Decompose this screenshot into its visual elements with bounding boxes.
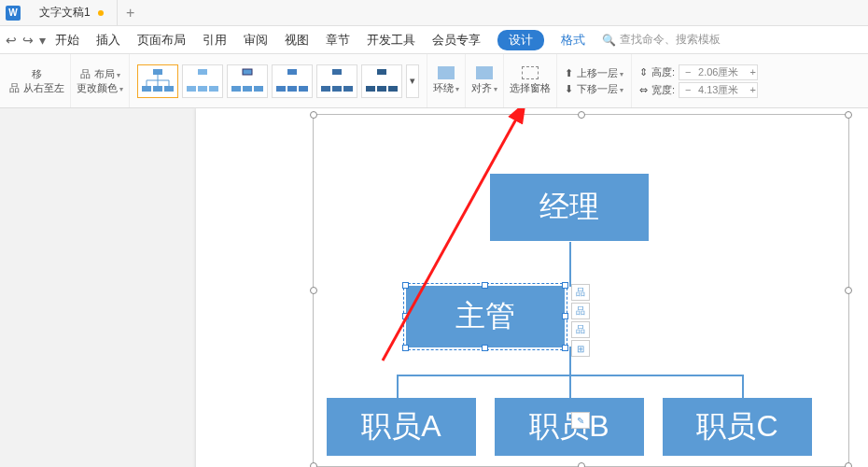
- redo-icon[interactable]: ↪: [22, 33, 34, 48]
- svg-rect-13: [276, 86, 286, 92]
- style-thumb-4[interactable]: [272, 64, 313, 98]
- edit-text-button[interactable]: ✎: [571, 412, 590, 429]
- height-icon: ⇕: [639, 66, 648, 78]
- qat-dropdown-icon[interactable]: ▾: [39, 33, 46, 48]
- svg-rect-2: [153, 86, 162, 92]
- menu-design[interactable]: 设计: [497, 30, 544, 50]
- width-minus[interactable]: −: [679, 84, 693, 95]
- svg-rect-18: [332, 86, 342, 92]
- down-label[interactable]: 下移一层: [577, 82, 623, 96]
- svg-rect-19: [343, 86, 353, 92]
- menu-chapter[interactable]: 章节: [326, 32, 350, 49]
- ribbon-size-group: ⇕ 高度: − 2.06厘米 + ⇔ 宽度: − 4.13厘米 +: [632, 54, 765, 107]
- menu-format[interactable]: 格式: [561, 32, 585, 49]
- ribbon-wrap-group: 环绕: [427, 54, 466, 107]
- document-tab[interactable]: 文字文稿1: [26, 0, 118, 25]
- menu-page-layout[interactable]: 页面布局: [137, 32, 186, 49]
- pane-icon: [522, 66, 539, 79]
- wrap-label[interactable]: 环绕: [433, 81, 459, 95]
- title-bar: W 文字文稿1 +: [0, 0, 868, 26]
- style-thumb-5[interactable]: [316, 64, 357, 98]
- height-spinner[interactable]: − 2.06厘米 +: [679, 64, 758, 80]
- width-plus[interactable]: +: [744, 84, 757, 95]
- svg-rect-20: [377, 69, 386, 75]
- style-thumb-3[interactable]: [227, 64, 268, 98]
- style-gallery: ▾: [130, 54, 427, 107]
- layout-label[interactable]: 布局: [94, 67, 120, 81]
- svg-rect-22: [377, 86, 386, 92]
- move-label: 移: [32, 67, 42, 81]
- menu-dev-tools[interactable]: 开发工具: [367, 32, 415, 49]
- add-assistant-button[interactable]: 品: [571, 303, 590, 319]
- menu-bar: ↩ ↪ ▾ 开始 插入 页面布局 引用 审阅 视图 章节 开发工具 会员专享 设…: [0, 26, 868, 54]
- menu-view[interactable]: 视图: [285, 32, 309, 49]
- bring-forward-icon: ⬆: [565, 67, 573, 79]
- svg-rect-15: [299, 86, 308, 92]
- svg-rect-4: [198, 69, 207, 75]
- menu-home[interactable]: 开始: [55, 32, 79, 49]
- svg-rect-11: [254, 86, 263, 92]
- smartart-float-tools: 品 品 品 ⊞: [571, 284, 590, 357]
- menu-references[interactable]: 引用: [203, 32, 227, 49]
- org-node-middle-label: 主管: [455, 296, 515, 337]
- svg-rect-7: [209, 86, 218, 92]
- svg-rect-9: [231, 86, 241, 92]
- menu-list: 开始 插入 页面布局 引用 审阅 视图 章节 开发工具 会员专享 设计 格式: [55, 30, 585, 50]
- ribbon-align-group: 对齐: [466, 54, 504, 107]
- width-label: 宽度:: [651, 83, 675, 97]
- rtl-label[interactable]: 从右至左: [23, 81, 64, 95]
- color-label[interactable]: 更改颜色: [77, 81, 123, 95]
- document-name: 文字文稿1: [39, 5, 91, 21]
- style-gallery-more[interactable]: ▾: [406, 64, 419, 98]
- undo-icon[interactable]: ↩: [6, 33, 17, 48]
- canvas[interactable]: 经理 主管 职员A 职员B 职员C 品 品 品 ⊞ ✎: [0, 108, 868, 467]
- connector: [569, 375, 571, 398]
- connector: [742, 375, 744, 398]
- wrap-icon: [438, 66, 455, 79]
- svg-rect-5: [187, 86, 196, 92]
- menu-review[interactable]: 审阅: [244, 32, 268, 49]
- new-tab-button[interactable]: +: [118, 5, 144, 21]
- height-plus[interactable]: +: [744, 66, 757, 78]
- height-value: 2.06厘米: [693, 65, 744, 79]
- search-box[interactable]: 🔍 查找命令、搜索模板: [602, 32, 721, 48]
- width-icon: ⇔: [639, 84, 648, 96]
- height-minus[interactable]: −: [679, 66, 693, 78]
- search-icon: 🔍: [602, 34, 616, 47]
- width-value: 4.13厘米: [693, 83, 744, 97]
- style-thumb-1[interactable]: [137, 64, 178, 98]
- svg-rect-3: [164, 86, 174, 92]
- ribbon-layout-group: 品布局 更改颜色: [71, 54, 130, 107]
- org-node-child-a[interactable]: 职员A: [327, 398, 476, 456]
- menu-insert[interactable]: 插入: [96, 32, 120, 49]
- pane-label[interactable]: 选择窗格: [510, 81, 551, 95]
- svg-rect-23: [388, 86, 398, 92]
- menu-member[interactable]: 会员专享: [432, 32, 481, 49]
- add-shape-button[interactable]: 品: [571, 284, 590, 301]
- ribbon-pane-group: 选择窗格: [504, 54, 557, 107]
- svg-rect-14: [287, 86, 297, 92]
- connector: [569, 242, 571, 287]
- add-below-button[interactable]: 品: [571, 321, 590, 338]
- app-icon: W: [6, 6, 21, 21]
- style-thumb-2[interactable]: [182, 64, 223, 98]
- align-icon: [476, 66, 493, 79]
- svg-rect-8: [243, 69, 252, 75]
- height-label: 高度:: [651, 65, 675, 79]
- svg-rect-21: [366, 86, 375, 92]
- ribbon-move-group: 移 品从右至左: [4, 54, 71, 107]
- org-node-root[interactable]: 经理: [490, 174, 649, 241]
- org-node-child-c[interactable]: 职员C: [663, 398, 812, 456]
- unsaved-indicator-icon: [98, 10, 104, 16]
- up-label[interactable]: 上移一层: [577, 66, 623, 80]
- svg-rect-17: [321, 86, 330, 92]
- layout-options-button[interactable]: ⊞: [571, 340, 590, 357]
- org-node-child-b[interactable]: 职员B: [495, 398, 644, 456]
- ribbon-order-group: ⬆上移一层 ⬇下移一层: [557, 54, 632, 107]
- style-thumb-6[interactable]: [361, 64, 402, 98]
- connector: [397, 375, 399, 398]
- width-spinner[interactable]: − 4.13厘米 +: [679, 82, 758, 98]
- search-placeholder: 查找命令、搜索模板: [620, 32, 721, 48]
- align-label[interactable]: 对齐: [471, 81, 497, 95]
- org-node-middle[interactable]: 主管: [406, 286, 565, 347]
